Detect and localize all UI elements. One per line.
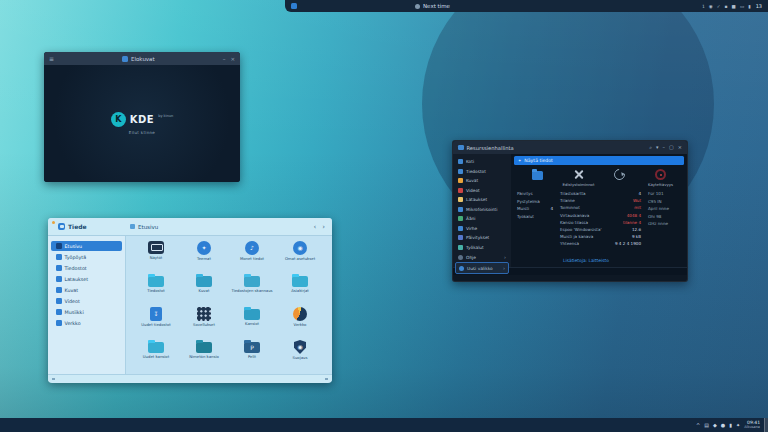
tray-icon[interactable]: ▮ <box>729 422 732 428</box>
category-item[interactable] <box>600 169 640 187</box>
place-icon <box>56 309 62 315</box>
info-row: Tilastokartta 4 <box>560 191 641 198</box>
minimize-icon[interactable]: – <box>223 56 226 62</box>
file-item[interactable]: Verkko <box>276 307 324 340</box>
sidebar-item[interactable]: Tiedostot <box>455 167 509 177</box>
kde-window-titlebar[interactable]: ≡ Elokuvat – × <box>44 52 240 65</box>
file-manager-window: Tiede Etusivu ‹ › Etusivu Työpöytä Tiedo… <box>48 218 332 382</box>
titlebar-button-icon[interactable]: × <box>678 144 682 151</box>
file-item[interactable]: P Pelit <box>228 340 276 373</box>
window-dot-icon[interactable] <box>52 221 55 224</box>
info-table: Päivitys Pystytelmä Muisti 4 Työkalut <box>511 191 687 249</box>
tray-icon[interactable]: ● <box>721 422 725 428</box>
file-item[interactable]: ♪ Monet tiedot <box>228 241 276 274</box>
resize-grip-icon[interactable] <box>325 378 328 380</box>
file-icon <box>196 276 212 287</box>
sidebar-place-item[interactable]: Etusivu <box>51 241 122 251</box>
kde-about-window: ≡ Elokuvat – × K KDE by kinun Eilut ktin… <box>44 52 240 182</box>
sidebar-place-item[interactable]: Lataukset <box>51 274 122 284</box>
file-item[interactable]: ↧ Uudet tiedostot <box>132 307 180 340</box>
file-label: Verkko <box>294 323 307 327</box>
info-row: Pystytelmä <box>517 199 553 207</box>
tray-icon[interactable]: ◉ <box>709 4 713 9</box>
sidebar-item[interactable]: Päivitykset <box>455 233 509 243</box>
sidebar-bottom-item[interactable]: Uusi valikko › <box>455 262 509 274</box>
tray-icon[interactable]: ▮ <box>748 4 750 9</box>
close-icon[interactable]: × <box>230 56 235 62</box>
sidebar-place-item[interactable]: Videot <box>51 296 122 306</box>
back-button[interactable]: ‹ <box>313 223 316 231</box>
top-clock[interactable]: 13 <box>756 3 762 9</box>
file-item[interactable]: Kansiot <box>228 307 276 340</box>
kde-app-icon <box>122 56 128 62</box>
sidebar-item-label: Päivitykset <box>466 235 489 240</box>
address-text: Näytä tiedot <box>524 158 552 163</box>
titlebar-button-icon[interactable]: ▢ <box>669 144 674 151</box>
tray-icon[interactable]: ▭ <box>740 4 744 9</box>
breadcrumb[interactable]: Etusivu <box>130 224 158 230</box>
sidebar-item[interactable]: Kuvat <box>455 176 509 186</box>
app-launcher-icon[interactable] <box>291 3 297 9</box>
tray-icon[interactable]: ✓ <box>717 4 721 9</box>
sidebar-bottom-item[interactable]: Ohje › <box>455 252 509 262</box>
place-icon <box>56 276 62 282</box>
tray-icon[interactable]: ✦ <box>736 422 740 428</box>
file-icon <box>148 276 164 287</box>
more-info-link[interactable]: Lisätietoja: Laitteisto <box>563 258 687 263</box>
sidebar-item[interactable]: Lataukset <box>455 195 509 205</box>
active-window-title[interactable]: Next time <box>415 3 450 9</box>
sidebar-item[interactable]: Koti <box>455 157 509 167</box>
sidebar-item[interactable]: Ääni <box>455 214 509 224</box>
sidebar-item[interactable]: Työkalut <box>455 243 509 253</box>
file-item[interactable]: Nimetön kansio <box>180 340 228 373</box>
sidebar-place-item[interactable]: Musiikki <box>51 307 122 317</box>
sidebar-item[interactable]: Videot <box>455 186 509 196</box>
file-item[interactable]: Asiakirjat <box>276 274 324 307</box>
info-column-right: Für 101C95 INApril nnneOhi 98GHz nnne <box>648 191 681 249</box>
file-item[interactable]: ◉ Omat asetukset <box>276 241 324 274</box>
file-item[interactable]: Kuvat <box>180 274 228 307</box>
file-item[interactable]: ✦ Teemat <box>180 241 228 274</box>
system-info-titlebar[interactable]: Resurssienhallinta ⌕▾–▢× <box>453 141 687 154</box>
sidebar-item[interactable]: Virhe <box>455 224 509 234</box>
hamburger-menu-icon[interactable]: ≡ <box>49 55 54 62</box>
tray-icon[interactable]: ■ <box>732 4 736 9</box>
file-item[interactable]: ◉ Suojaus <box>276 340 324 373</box>
forward-button[interactable]: › <box>322 223 325 231</box>
file-item[interactable]: Näytöt <box>132 241 180 274</box>
info-label: Espoo 'Windowsista' <box>560 227 632 234</box>
sidebar-item[interactable]: Mikrofonisointi <box>455 205 509 215</box>
info-label: Muisti <box>517 206 529 214</box>
place-label: Videot <box>65 299 80 304</box>
file-icon <box>196 342 212 353</box>
titlebar-button-icon[interactable]: – <box>663 144 666 151</box>
file-item[interactable]: Tiedostot <box>132 274 180 307</box>
sidebar-place-item[interactable]: Työpöytä <box>51 252 122 262</box>
show-desktop-button[interactable] <box>764 418 768 432</box>
sidebar-place-item[interactable]: Verkko <box>51 318 122 328</box>
tray-icon[interactable]: 1 <box>702 4 705 9</box>
tray-icon[interactable]: ▤ <box>704 422 709 428</box>
info-row: Muisti ja kanava 9 kB <box>560 234 641 241</box>
sidebar-place-item[interactable]: Kuvat <box>51 285 122 295</box>
file-icon <box>292 276 308 287</box>
file-grid: Näytöt ✦ Teemat ♪ Monet tiedot ◉ Omat as… <box>126 236 332 374</box>
info-value: tilanne 4 <box>623 220 641 227</box>
category-item[interactable] <box>518 169 558 187</box>
kde-subtitle: Eilut ktinne <box>129 130 155 135</box>
titlebar-button-icon[interactable]: ⌕ <box>649 144 652 151</box>
info-label: Toiminnot <box>560 205 634 212</box>
address-bar[interactable]: ✦ Näytä tiedot <box>514 156 684 165</box>
tray-icon[interactable]: ▪ <box>725 4 728 9</box>
tray-icon[interactable]: ◆ <box>713 422 717 428</box>
file-item[interactable]: Uudet kansiot <box>132 340 180 373</box>
sidebar-place-item[interactable]: Tiedostot <box>51 263 122 273</box>
category-item[interactable]: Edistystoiminnot <box>559 169 599 187</box>
file-label: Kansiot <box>245 322 259 326</box>
tray-icon[interactable]: ^ <box>696 422 700 428</box>
file-item[interactable]: Tiedostojen skannaus <box>228 274 276 307</box>
digital-clock[interactable]: 09:41 Alkusana <box>744 421 760 429</box>
titlebar-button-icon[interactable]: ▾ <box>656 144 659 151</box>
file-item[interactable]: Sovellukset <box>180 307 228 340</box>
category-item[interactable]: Käytettävyys <box>641 169 681 187</box>
